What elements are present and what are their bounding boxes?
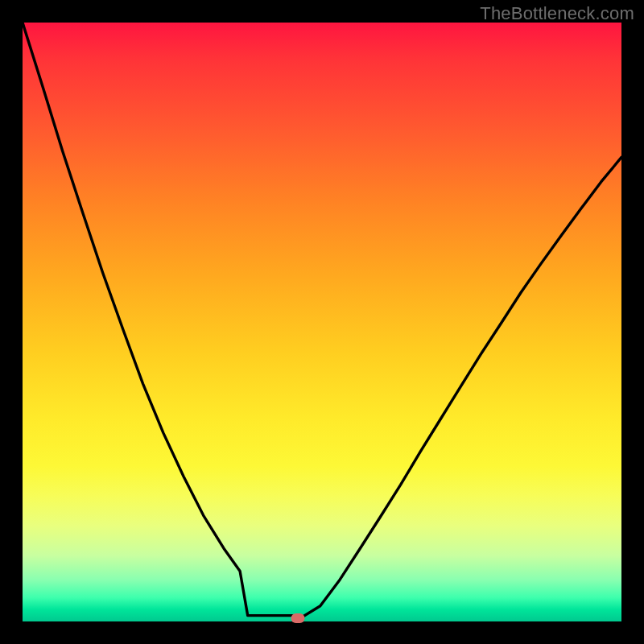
curve-svg [23,23,621,621]
chart-frame: TheBottleneck.com [0,0,644,644]
optimum-marker [291,613,305,623]
watermark-text: TheBottleneck.com [480,3,634,24]
bottleneck-curve [23,23,621,618]
plot-area [23,23,621,621]
